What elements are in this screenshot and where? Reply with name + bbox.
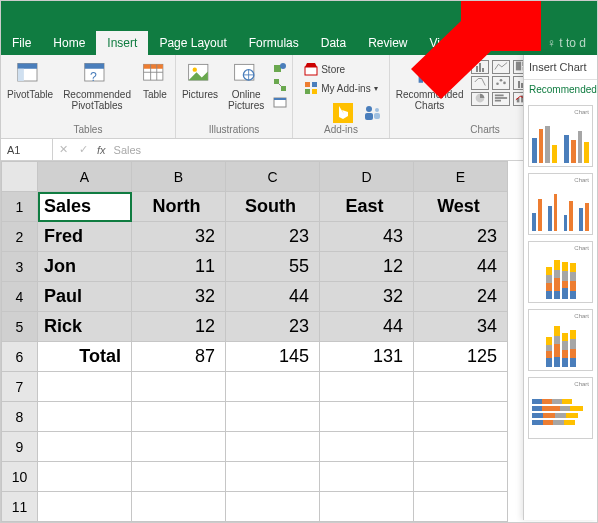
formula-value[interactable]: Sales — [110, 144, 146, 156]
cell[interactable]: 11 — [132, 252, 226, 282]
cell[interactable] — [226, 372, 320, 402]
cell[interactable]: 34 — [414, 312, 508, 342]
cell[interactable] — [132, 372, 226, 402]
col-header-e[interactable]: E — [414, 162, 508, 192]
col-header-b[interactable]: B — [132, 162, 226, 192]
waterfall-chart-button[interactable] — [471, 76, 489, 90]
cell[interactable]: 55 — [226, 252, 320, 282]
cell[interactable]: 23 — [226, 222, 320, 252]
row-header[interactable]: 8 — [2, 402, 38, 432]
cell[interactable] — [414, 372, 508, 402]
cell-d1[interactable]: East — [320, 192, 414, 222]
cell[interactable]: 12 — [320, 252, 414, 282]
line-chart-button[interactable] — [492, 60, 510, 74]
cell[interactable] — [320, 402, 414, 432]
table-button[interactable]: Table — [137, 58, 173, 103]
cell[interactable]: 12 — [132, 312, 226, 342]
tab-insert[interactable]: Insert — [96, 31, 148, 55]
col-header-c[interactable]: C — [226, 162, 320, 192]
select-all-corner[interactable] — [2, 162, 38, 192]
row-header[interactable]: 6 — [2, 342, 38, 372]
bar-chart-button[interactable] — [492, 92, 510, 106]
smartart-button[interactable] — [270, 77, 290, 93]
name-box[interactable]: A1 — [1, 139, 53, 160]
pivot-table-button[interactable]: PivotTable — [3, 58, 57, 103]
my-addins-button[interactable]: My Add-ins ▾ — [301, 80, 380, 96]
cell[interactable]: 131 — [320, 342, 414, 372]
cell[interactable]: Paul — [38, 282, 132, 312]
col-header-d[interactable]: D — [320, 162, 414, 192]
cell[interactable]: 43 — [320, 222, 414, 252]
cell[interactable]: 44 — [320, 312, 414, 342]
chart-thumb-stacked-column-2[interactable]: Chart — [528, 309, 593, 371]
chart-thumb-clustered-column-2[interactable]: Chart — [528, 173, 593, 235]
row-header[interactable]: 4 — [2, 282, 38, 312]
row-header[interactable]: 2 — [2, 222, 38, 252]
chart-thumb-clustered-column[interactable]: Chart — [528, 105, 593, 167]
row-header[interactable]: 9 — [2, 432, 38, 462]
cell[interactable] — [226, 462, 320, 492]
cell[interactable]: 32 — [132, 222, 226, 252]
cell-a1[interactable]: Sales — [38, 192, 132, 222]
cell[interactable] — [132, 402, 226, 432]
cancel-icon[interactable]: ✕ — [53, 143, 73, 156]
cell[interactable] — [414, 402, 508, 432]
cell[interactable] — [320, 492, 414, 522]
row-header[interactable]: 11 — [2, 492, 38, 522]
chart-thumb-stacked-bar[interactable]: Chart — [528, 377, 593, 439]
cell[interactable] — [132, 432, 226, 462]
cell[interactable]: Fred — [38, 222, 132, 252]
cell[interactable]: 32 — [320, 282, 414, 312]
row-header[interactable]: 10 — [2, 462, 38, 492]
tab-page-layout[interactable]: Page Layout — [148, 31, 237, 55]
cell[interactable]: 32 — [132, 282, 226, 312]
cell[interactable] — [320, 372, 414, 402]
cell[interactable]: Jon — [38, 252, 132, 282]
cell[interactable]: 125 — [414, 342, 508, 372]
cell[interactable]: 24 — [414, 282, 508, 312]
cell[interactable]: Total — [38, 342, 132, 372]
col-header-a[interactable]: A — [38, 162, 132, 192]
cell[interactable]: 87 — [132, 342, 226, 372]
cell[interactable] — [38, 372, 132, 402]
row-header[interactable]: 7 — [2, 372, 38, 402]
worksheet-grid[interactable]: A B C D E 1 Sales North South East West … — [1, 161, 597, 522]
chart-thumb-stacked-column[interactable]: Chart — [528, 241, 593, 303]
row-header[interactable]: 3 — [2, 252, 38, 282]
tab-data[interactable]: Data — [310, 31, 357, 55]
tab-home[interactable]: Home — [42, 31, 96, 55]
cell[interactable] — [414, 432, 508, 462]
cell[interactable] — [132, 462, 226, 492]
bing-maps-button[interactable] — [329, 103, 357, 123]
store-button[interactable]: Store — [301, 61, 348, 77]
tab-view[interactable]: View — [419, 31, 467, 55]
cell[interactable]: Rick — [38, 312, 132, 342]
pie-chart-button[interactable] — [471, 92, 489, 106]
screenshot-button[interactable] — [270, 94, 290, 110]
cell[interactable]: 23 — [226, 312, 320, 342]
cell[interactable] — [38, 462, 132, 492]
cell[interactable] — [38, 402, 132, 432]
fx-icon[interactable]: fx — [93, 144, 110, 156]
cell-e1[interactable]: West — [414, 192, 508, 222]
cell[interactable] — [320, 462, 414, 492]
cell[interactable]: 44 — [226, 282, 320, 312]
people-graph-button[interactable] — [359, 103, 387, 123]
tab-tell-me[interactable]: ♀ t to d — [536, 31, 597, 55]
cell[interactable]: 145 — [226, 342, 320, 372]
cell[interactable] — [226, 402, 320, 432]
online-pictures-button[interactable]: Online Pictures — [224, 58, 268, 113]
cell[interactable] — [414, 492, 508, 522]
cell[interactable] — [226, 432, 320, 462]
tab-file[interactable]: File — [1, 31, 42, 55]
recommended-charts-button[interactable]: ? Recommended Charts — [392, 58, 468, 113]
cell[interactable]: 44 — [414, 252, 508, 282]
tab-review[interactable]: Review — [357, 31, 418, 55]
cell[interactable] — [38, 492, 132, 522]
cell[interactable] — [38, 432, 132, 462]
recommended-pivot-button[interactable]: ? Recommended PivotTables — [59, 58, 135, 113]
row-header[interactable]: 1 — [2, 192, 38, 222]
column-chart-button[interactable] — [471, 60, 489, 74]
cell[interactable] — [320, 432, 414, 462]
shapes-button[interactable] — [270, 60, 290, 76]
